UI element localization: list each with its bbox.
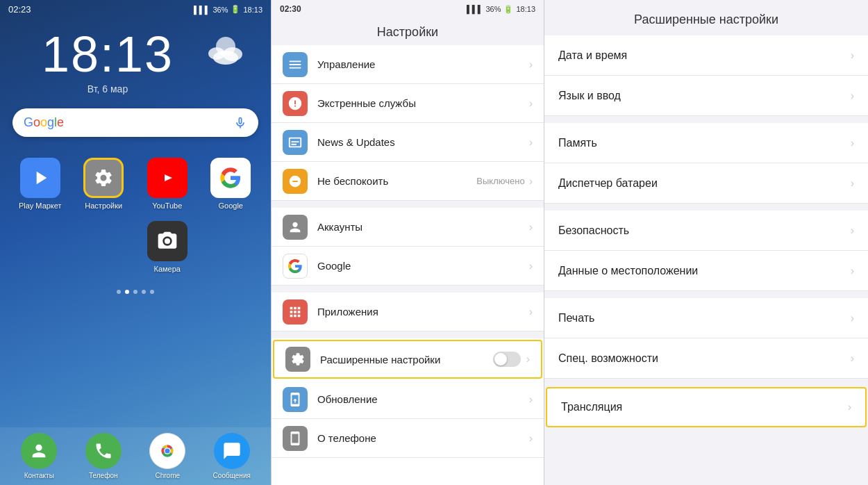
settings-item-about[interactable]: О телефоне › xyxy=(272,419,544,458)
advanced-label-cast: Трансляция xyxy=(561,401,848,413)
chevron-icon-accounts: › xyxy=(529,221,533,233)
app-grid: Play Маркет Настройки YouTube xyxy=(0,147,271,284)
settings-label-donotdisturb: Не беспокоить xyxy=(317,175,476,187)
app-item-settings[interactable]: Настройки xyxy=(78,158,131,210)
app-label-youtube: YouTube xyxy=(152,202,182,210)
settings-label-update: Обновление xyxy=(317,393,529,405)
dock-contacts[interactable]: Контакты xyxy=(7,433,72,479)
chevron-icon-apps: › xyxy=(529,306,533,318)
settings-item-accounts[interactable]: Аккаунты › xyxy=(272,208,544,247)
page-dots xyxy=(0,290,271,294)
mic-icon xyxy=(233,116,247,130)
settings-icon-update xyxy=(283,387,308,412)
settings-item-upravlenie[interactable]: Управление › xyxy=(272,45,544,84)
google-search-bar[interactable]: Google xyxy=(12,108,258,137)
app-label-playmarket: Play Маркет xyxy=(19,202,62,210)
advanced-item-security[interactable]: Безопасность › xyxy=(544,211,868,251)
settings-label-upravlenie: Управление xyxy=(317,58,529,70)
settings-label-about: О телефоне xyxy=(317,432,529,444)
settings-divider-3 xyxy=(272,331,544,338)
settings-battery-time: 18:13 xyxy=(516,5,535,13)
advanced-label-print: Печать xyxy=(558,312,851,324)
google-logo: Google xyxy=(24,115,233,130)
chevron-icon-news: › xyxy=(529,136,533,149)
chevron-icon-memory: › xyxy=(851,137,854,149)
settings-toggle-advanced[interactable] xyxy=(493,352,521,367)
settings-icon-news xyxy=(283,130,308,155)
settings-item-advanced[interactable]: Расширенные настройки › xyxy=(273,340,542,379)
advanced-label-language: Язык и ввод xyxy=(558,90,851,102)
svg-point-6 xyxy=(165,238,170,244)
advanced-item-battery[interactable]: Диспетчер батареи › xyxy=(544,163,868,204)
settings-status-icons: ▌▌▌ 36% 🔋 18:13 xyxy=(467,5,535,14)
dot-4 xyxy=(142,290,146,294)
home-status-bar: 02:23 ▌▌▌ 36% 🔋 18:13 xyxy=(0,0,271,19)
weather-widget xyxy=(201,31,250,72)
chevron-icon-donotdisturb: › xyxy=(529,175,533,188)
chevron-icon-advanced: › xyxy=(526,353,530,365)
status-time: 18:13 xyxy=(243,6,262,14)
settings-icon-accounts xyxy=(283,215,308,240)
settings-icon-google xyxy=(283,254,308,279)
chevron-icon-language: › xyxy=(851,90,854,102)
app-item-youtube[interactable]: YouTube xyxy=(141,158,194,210)
advanced-label-accessibility: Спец. возможности xyxy=(558,352,851,365)
advanced-item-accessibility[interactable]: Спец. возможности › xyxy=(544,338,868,379)
settings-label-apps: Приложения xyxy=(317,306,529,318)
settings-item-emergency[interactable]: Экстренные службы › xyxy=(272,84,544,123)
settings-item-apps[interactable]: Приложения › xyxy=(272,293,544,331)
home-time: 02:23 xyxy=(8,4,31,15)
advanced-divider-1 xyxy=(544,116,868,123)
settings-signal-pct: 36% xyxy=(485,5,501,13)
dock-phone[interactable]: Телефон xyxy=(72,433,136,479)
settings-label-emergency: Экстренные службы xyxy=(317,97,529,109)
settings-time: 02:30 xyxy=(280,4,301,14)
advanced-item-language[interactable]: Язык и ввод › xyxy=(544,76,868,116)
dot-2 xyxy=(125,290,129,294)
chevron-icon-emergency: › xyxy=(529,97,533,110)
app-item-camera[interactable]: Камера xyxy=(141,221,194,273)
chevron-icon-about: › xyxy=(529,432,533,445)
home-screen: 02:23 ▌▌▌ 36% 🔋 18:13 18:13 Вт, 6 мар Go… xyxy=(0,0,271,485)
settings-title: Настройки xyxy=(272,18,544,45)
settings-item-donotdisturb[interactable]: Не беспокоить Выключено › xyxy=(272,162,544,201)
dock-label-messages: Сообщения xyxy=(213,472,251,479)
dock-chrome[interactable]: Chrome xyxy=(135,433,200,479)
settings-icon-advanced xyxy=(285,347,310,372)
svg-point-10 xyxy=(165,448,170,453)
signal-percent: 36% xyxy=(212,6,228,14)
settings-item-news[interactable]: News & Updates › xyxy=(272,123,544,162)
settings-icon-emergency xyxy=(283,91,308,116)
signal-icon: ▌▌▌ xyxy=(194,6,210,14)
app-label-google: Google xyxy=(219,202,243,210)
settings-item-google[interactable]: Google › xyxy=(272,247,544,286)
app-item-playmarket[interactable]: Play Маркет xyxy=(14,158,67,210)
settings-item-update[interactable]: Обновление › xyxy=(272,380,544,419)
dock-label-chrome: Chrome xyxy=(155,472,180,479)
settings-list: Управление › Экстренные службы › News & … xyxy=(272,45,544,485)
chevron-icon-update: › xyxy=(529,393,533,406)
settings-icon-upravlenie xyxy=(283,52,308,77)
chevron-icon-upravlenie: › xyxy=(529,58,533,71)
app-item-google[interactable]: Google xyxy=(205,158,258,210)
chevron-icon-location: › xyxy=(851,265,854,277)
advanced-item-datetime[interactable]: Дата и время › xyxy=(544,35,868,76)
advanced-list: Дата и время › Язык и ввод › Память › Ди… xyxy=(544,35,868,485)
advanced-divider-2 xyxy=(544,204,868,211)
dot-3 xyxy=(133,290,137,294)
advanced-item-location[interactable]: Данные о местоположении › xyxy=(544,251,868,291)
dock-messages[interactable]: Сообщения xyxy=(200,433,265,479)
advanced-item-cast[interactable]: Трансляция › xyxy=(546,387,867,427)
dock-label-phone: Телефон xyxy=(89,472,117,479)
home-date: Вт, 6 мар xyxy=(14,83,201,94)
advanced-item-print[interactable]: Печать › xyxy=(544,298,868,338)
advanced-label-battery: Диспетчер батареи xyxy=(558,177,851,190)
settings-divider-2 xyxy=(272,286,544,293)
settings-label-google: Google xyxy=(317,260,529,272)
chevron-icon-datetime: › xyxy=(851,49,854,62)
advanced-item-memory[interactable]: Память › xyxy=(544,123,868,163)
bottom-dock: Контакты Телефон xyxy=(0,427,271,485)
home-clock: 18:13 xyxy=(14,29,201,79)
advanced-divider-4 xyxy=(544,379,868,386)
battery-icon: 🔋 xyxy=(231,5,240,14)
